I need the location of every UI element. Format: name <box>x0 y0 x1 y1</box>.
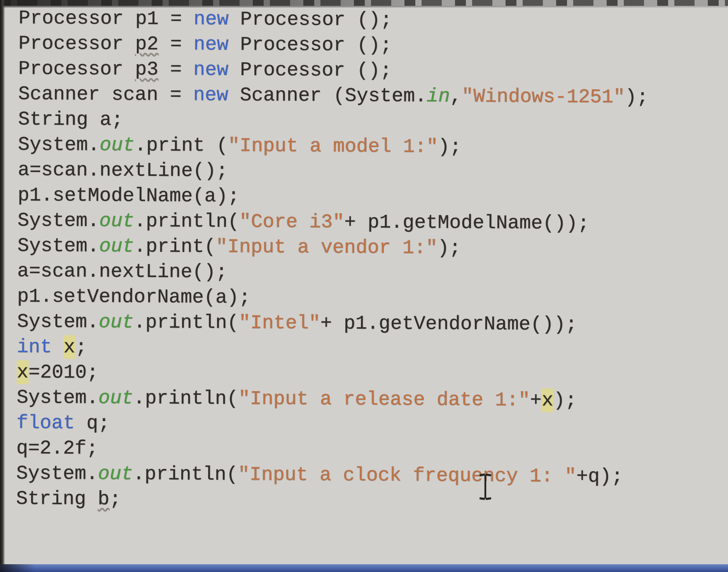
code-token: = <box>158 58 193 81</box>
code-token: p1.setModelName(a); <box>18 184 239 207</box>
code-token: +q); <box>576 465 623 488</box>
cropped-toolbar-strip <box>0 0 728 6</box>
code-token: System. <box>18 235 99 257</box>
code-token: p1.setVendorName(a); <box>17 285 250 309</box>
code-line: p1.setModelName(a); <box>18 182 727 212</box>
code-token: ; <box>75 336 87 358</box>
code-token: ); <box>553 389 577 411</box>
code-token <box>52 336 63 358</box>
code-token: new <box>193 33 228 55</box>
code-line: p1.setVendorName(a); <box>17 284 726 313</box>
code-token: .print( <box>134 235 216 258</box>
code-token-misspelled: p2 <box>135 33 158 55</box>
code-token: out <box>99 311 134 333</box>
code-token: ); <box>625 86 648 108</box>
code-line: System.out.print("Input a vendor 1:"); <box>18 233 727 262</box>
ibeam-top-right-serif <box>486 474 492 476</box>
code-token: x <box>63 336 75 358</box>
code-token: Scanner (System. <box>228 84 427 107</box>
code-token: int <box>17 336 52 358</box>
code-token: float <box>16 412 75 434</box>
code-token: .println( <box>134 210 239 233</box>
code-line: x=2010; <box>17 360 726 389</box>
code-line: float q; <box>16 410 726 439</box>
code-token: + p1.getVendorName()); <box>320 312 577 335</box>
code-token: "Core i3" <box>239 211 344 233</box>
code-token: Processor (); <box>229 8 392 31</box>
code-token: System. <box>17 311 99 333</box>
code-token: System. <box>18 133 100 156</box>
code-token: a=scan.nextLine(); <box>17 260 227 283</box>
code-token: x <box>542 389 553 411</box>
code-token: q=2.2f; <box>16 437 98 460</box>
code-token: new <box>193 58 228 81</box>
code-token: new <box>194 8 229 30</box>
code-token: in <box>427 85 450 107</box>
code-line: String b; <box>16 486 725 515</box>
code-token-misspelled: p3 <box>135 58 158 81</box>
code-token: System. <box>16 462 98 485</box>
code-line: Processor p1 = new Processor (); <box>19 5 728 35</box>
ibeam-bottom-right-serif <box>486 497 492 500</box>
code-token: .println( <box>133 387 238 410</box>
code-token: Processor p1 = <box>19 7 194 30</box>
code-token: = <box>158 33 193 55</box>
code-token: ); <box>438 136 461 158</box>
code-token: .print ( <box>135 134 228 157</box>
code-token: ); <box>438 237 461 259</box>
code-token: out <box>99 235 134 257</box>
code-token: .println( <box>133 463 238 486</box>
code-token: Scanner scan = <box>18 83 193 106</box>
code-token: out <box>98 387 133 409</box>
code-line: int x; <box>17 334 726 363</box>
code-token: ; <box>109 488 121 510</box>
ibeam-bottom-left-serif <box>480 497 485 500</box>
code-line: q=2.2f; <box>16 435 726 465</box>
code-token: + p1.getModelName()); <box>344 211 589 234</box>
code-token: out <box>99 210 134 232</box>
code-editor[interactable]: Processor p1 = new Processor ();Processo… <box>16 5 728 515</box>
taskbar-strip <box>0 564 728 572</box>
code-token: .println( <box>134 311 239 334</box>
code-line: Processor p2 = new Processor (); <box>18 31 728 60</box>
code-token: a=scan.nextLine(); <box>18 159 228 182</box>
code-line: System.out.println("Input a clock freque… <box>16 461 726 490</box>
code-token: Processor <box>18 58 135 81</box>
code-token: "Input a release date 1:" <box>238 388 530 411</box>
code-token-misspelled: b <box>98 488 109 510</box>
code-token: q; <box>75 412 110 434</box>
monitor-bezel-left <box>0 0 5 572</box>
code-token: =2010; <box>28 361 98 384</box>
text-ibeam-cursor <box>478 473 493 500</box>
code-line: Scanner scan = new Scanner (System.in,"W… <box>18 81 728 111</box>
code-token: String a; <box>18 108 123 131</box>
code-token: System. <box>17 386 98 409</box>
code-token: "Input a vendor 1:" <box>216 236 438 259</box>
code-token: , <box>450 85 462 107</box>
code-token: System. <box>18 209 99 232</box>
code-line: String a; <box>18 107 727 136</box>
code-token: Processor <box>18 32 135 55</box>
code-line: a=scan.nextLine(); <box>18 157 727 186</box>
code-token: "Windows-1251" <box>462 85 625 108</box>
code-line: System.out.print ("Input a model 1:"); <box>18 132 727 161</box>
code-token: String <box>16 488 98 510</box>
code-line: System.out.println("Intel"+ p1.getVendor… <box>17 309 726 338</box>
code-token: Processor (); <box>228 59 392 82</box>
screen-photo: Processor p1 = new Processor ();Processo… <box>0 0 728 572</box>
code-token: new <box>193 84 228 106</box>
code-token: Processor (); <box>228 33 392 56</box>
code-token: out <box>98 463 133 485</box>
code-token: + <box>530 389 542 411</box>
code-line: System.out.println("Core i3"+ p1.getMode… <box>18 208 727 237</box>
code-token: "Input a model 1:" <box>228 135 438 158</box>
code-token: "Intel" <box>239 312 320 334</box>
code-token: out <box>100 134 135 156</box>
code-token: "Input a clock frequency 1: " <box>238 463 576 488</box>
code-line: a=scan.nextLine(); <box>17 258 726 288</box>
ibeam-stem <box>485 475 486 498</box>
code-line: System.out.println("Input a release date… <box>17 385 726 414</box>
code-token: x <box>17 361 28 383</box>
code-line: Processor p3 = new Processor (); <box>18 56 728 85</box>
